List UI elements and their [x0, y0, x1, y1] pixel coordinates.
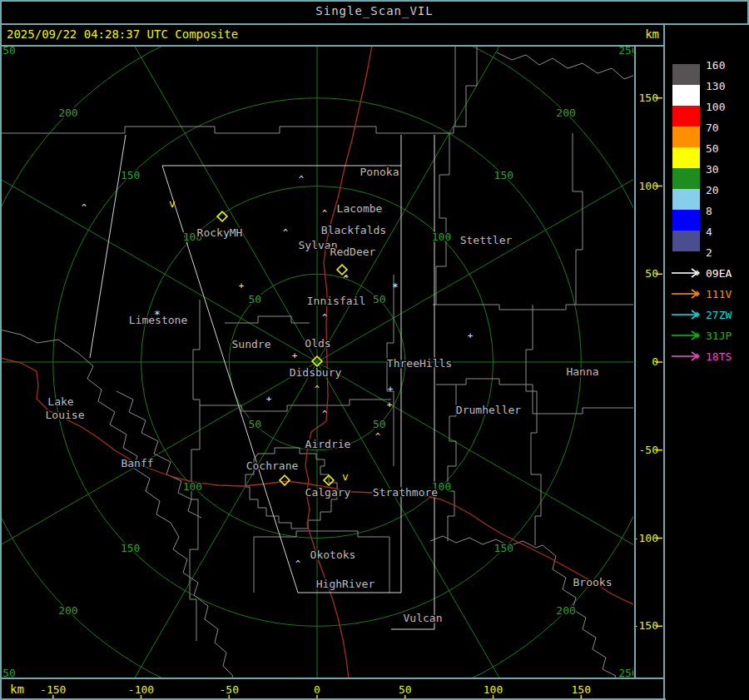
legend-threshold-label: 50	[706, 143, 746, 154]
county-boundary	[433, 305, 635, 310]
legend-swatch	[672, 106, 700, 127]
hamlet-marker: ^	[322, 209, 327, 218]
storm-vector-marker: v	[169, 197, 176, 210]
radar-app-window: 5050505010010010010015015015015020020020…	[0, 0, 749, 700]
scan-timestamp: 2025/09/22 04:28:37 UTC Composite	[7, 27, 238, 41]
hamlet-marker: ^	[82, 203, 87, 212]
town-marker: +	[468, 330, 474, 341]
city-label: Stettler	[460, 234, 513, 246]
hamlet-marker: ^	[295, 559, 300, 568]
storm-vector-marker: v	[342, 470, 349, 483]
county-boundary	[190, 300, 200, 641]
county-boundary	[573, 133, 583, 305]
radar-id-label: 31JP	[706, 330, 732, 341]
ring-distance-label: 150	[494, 542, 513, 554]
ring-distance-label: 50	[373, 293, 386, 305]
map-layer: 5050505010010010010015015015015020020020…	[0, 0, 666, 700]
city-label: Limestone	[129, 314, 188, 326]
city-label: Blackfalds	[321, 224, 386, 236]
legend-divider	[663, 23, 665, 700]
town-marker: +	[388, 384, 394, 395]
frame-left	[0, 0, 2, 700]
city-label: Banff	[121, 457, 153, 469]
city-label: Vulcan	[404, 612, 443, 624]
window-title: Single_Scan_VIL	[0, 0, 749, 22]
radar-arrow-icon	[671, 268, 704, 278]
right-axis-unit-label: km	[645, 27, 659, 41]
city-label: RockyMH	[197, 226, 243, 239]
county-boundary	[387, 275, 394, 466]
county-boundary	[497, 52, 635, 79]
legend-threshold-label: 130	[706, 81, 746, 92]
hamlet-marker: ^	[343, 275, 348, 284]
city-label: RedDeer	[330, 246, 376, 258]
county-boundary	[225, 316, 310, 323]
radar-id-label: 27ZW	[706, 310, 732, 320]
legend-swatch	[672, 189, 700, 210]
city-label: Calgary	[305, 486, 351, 499]
bottom-axis-tick-label: 100	[484, 683, 503, 696]
county-boundary	[117, 391, 201, 518]
legend-threshold-label: 30	[706, 164, 746, 175]
ring-distance-label: 100	[183, 480, 202, 493]
ring-distance-label: 50	[248, 293, 261, 305]
hamlet-marker: ^	[299, 175, 304, 184]
radar-map-canvas[interactable]: 5050505010010010010015015015015020020020…	[0, 0, 666, 700]
city-label: Louise	[46, 409, 85, 421]
legend-swatch	[672, 147, 700, 168]
ring-distance-label: 100	[432, 231, 451, 243]
town-marker: +	[292, 350, 298, 361]
bottom-axis-unit-label: km	[10, 683, 24, 696]
legend-swatch	[672, 210, 700, 231]
radar-site-marker	[280, 475, 290, 485]
map-right-border	[634, 45, 636, 679]
city-label: HighRiver	[316, 578, 375, 590]
town-marker: +	[387, 400, 393, 410]
county-boundary	[0, 46, 477, 133]
legend-threshold-label: 4	[706, 226, 746, 237]
city-label: Ponoka	[360, 166, 399, 178]
city-label: Olds	[305, 337, 330, 350]
city-label: Lacombe	[337, 202, 383, 215]
right-axis-tick-label: 100	[639, 180, 658, 192]
radar-id-label: 09EA	[706, 268, 732, 279]
legend-threshold-label: 20	[706, 185, 746, 196]
ring-distance-label: 150	[121, 169, 140, 181]
bottom-axis-tick-label: -50	[220, 683, 239, 696]
city-label: Brooks	[573, 576, 613, 588]
map-bottom-border	[0, 678, 664, 679]
city-label: Strathmore	[373, 486, 438, 499]
right-axis-tick-label: 150	[639, 92, 658, 104]
legend-threshold-label: 100	[706, 102, 746, 112]
ring-distance-label: 150	[494, 169, 513, 181]
radar-arrow-icon	[671, 310, 704, 320]
right-axis-tick-label: -50	[639, 444, 658, 456]
ring-distance-label: 50	[248, 418, 261, 430]
bottom-axis-tick-label: 0	[314, 683, 320, 696]
right-axis-tick-label: -100	[632, 532, 658, 544]
ring-distance-label: 150	[121, 542, 140, 554]
legend-threshold-label: 8	[706, 206, 746, 216]
map-top-border	[0, 45, 664, 47]
hamlet-marker: ^	[315, 385, 320, 394]
city-label: Sundre	[232, 338, 271, 350]
legend-threshold-label: 70	[706, 122, 746, 133]
ring-distance-label: 200	[58, 604, 77, 617]
city-label: ThreeHills	[387, 357, 452, 370]
radar-id-label: 111V	[706, 289, 732, 300]
legend-swatch	[672, 85, 700, 106]
bottom-axis-tick-label: 150	[572, 683, 591, 696]
town-marker: +	[266, 394, 272, 405]
ring-distance-label: 200	[556, 604, 575, 617]
city-label: Airdrie	[305, 438, 351, 450]
bottom-axis-tick-label: -150	[40, 683, 66, 696]
ring-distance-label: 200	[556, 107, 575, 119]
town-marker: *	[392, 280, 399, 293]
legend-swatch	[672, 168, 700, 189]
city-label: Okotoks	[310, 549, 356, 561]
city-label: Innisfail	[307, 295, 365, 307]
bottom-axis-tick-label: -100	[128, 683, 154, 696]
radar-id-label: 18TS	[706, 351, 732, 362]
city-label: Lake	[47, 395, 73, 408]
city-label: Hanna	[566, 365, 598, 378]
